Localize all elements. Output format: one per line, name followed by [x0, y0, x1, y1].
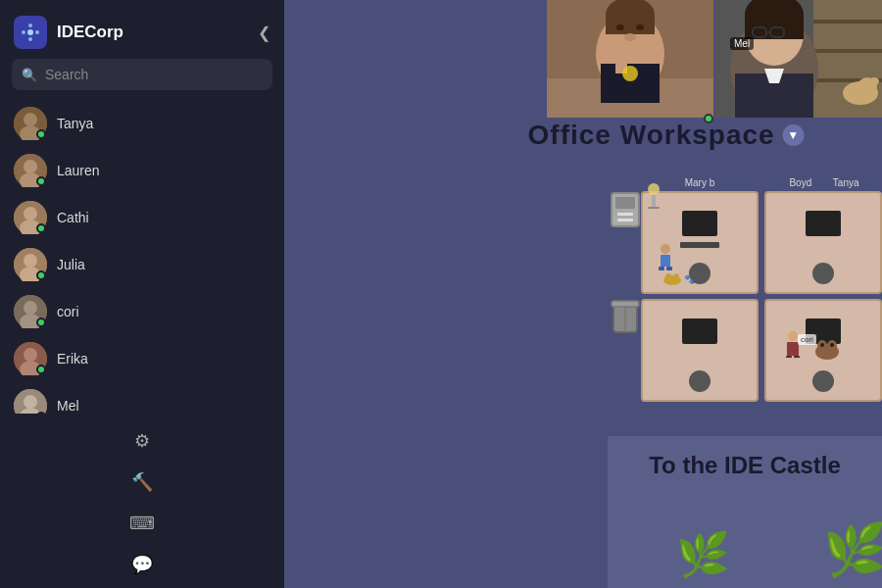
search-input[interactable] [12, 59, 272, 90]
svg-point-0 [27, 29, 33, 35]
svg-point-82 [665, 273, 671, 281]
svg-point-9 [24, 160, 37, 173]
svg-rect-75 [612, 301, 639, 307]
castle-title: To the IDE Castle [649, 452, 841, 479]
app-name: IDECorp [57, 23, 123, 42]
svg-rect-56 [813, 49, 882, 53]
desk-name-maryb: Mary b [685, 177, 715, 188]
chair-6 [812, 370, 834, 392]
sidebar: IDECorp ❮ 🔍 Tanya [0, 0, 284, 588]
svg-rect-72 [617, 213, 633, 216]
sidebar-bottom-nav: ⚙🔨⌨💬 [0, 414, 284, 588]
cat-icon: 🐾 [662, 272, 711, 290]
user-item-tanya[interactable]: Tanya [4, 100, 280, 147]
settings-icon[interactable]: ⚙ [122, 421, 162, 461]
user-item-julia[interactable]: Julia [4, 241, 280, 288]
avatar-wrap [14, 248, 47, 281]
user-name: Erika [57, 351, 88, 367]
pet-cori [813, 338, 841, 366]
status-dot [36, 270, 46, 280]
svg-rect-87 [786, 356, 792, 358]
svg-point-93 [830, 343, 834, 347]
svg-point-47 [616, 24, 624, 30]
user-name: Cathi [57, 210, 89, 225]
tools-icon[interactable]: 🔨 [122, 463, 162, 502]
avatar-wrap [14, 107, 47, 140]
svg-rect-100 [648, 207, 660, 209]
svg-point-98 [648, 183, 660, 195]
office-title-text: Office Workspace [528, 120, 775, 151]
user-name: cori [57, 304, 79, 319]
svg-point-48 [636, 24, 644, 30]
online-indicator-video [704, 114, 713, 123]
desk-cell-cori: cori [764, 299, 882, 402]
svg-rect-86 [787, 342, 799, 356]
search-bar: 🔍 [12, 59, 272, 90]
status-dot [36, 318, 46, 327]
castle-area: To the IDE Castle 🌿 🌿 [608, 436, 882, 588]
user-item-cori[interactable]: cori [4, 288, 280, 335]
svg-rect-73 [617, 219, 633, 221]
desk-cell-boyd: Boyd Tanya [764, 191, 882, 294]
user-item-erika[interactable]: Erika [4, 335, 280, 382]
status-dot [36, 129, 46, 139]
mel-video-label: Mel [730, 37, 754, 50]
trash-object [610, 299, 641, 340]
user-name: Mel [57, 398, 79, 414]
plant-center: 🌿 [823, 520, 882, 580]
svg-point-83 [673, 273, 679, 281]
svg-point-21 [24, 348, 37, 362]
user-name: Julia [57, 257, 85, 272]
svg-rect-79 [659, 267, 664, 270]
avatar-wrap [14, 154, 47, 187]
svg-point-1 [28, 24, 32, 27]
svg-rect-55 [813, 20, 882, 24]
chair-5 [689, 370, 710, 392]
sidebar-header: IDECorp ❮ [0, 0, 284, 59]
svg-point-77 [661, 244, 670, 254]
chat-icon[interactable]: 💬 [122, 545, 162, 584]
svg-point-18 [24, 301, 37, 315]
main-game-area: Mel Office Workspace ▼ Mary b [284, 0, 882, 588]
svg-point-4 [35, 30, 39, 34]
monitor-2 [806, 211, 841, 236]
svg-point-49 [624, 33, 636, 41]
svg-point-6 [24, 113, 37, 126]
char-maryb [657, 243, 674, 274]
user-item-lauren[interactable]: Lauren [4, 147, 280, 194]
search-icon: 🔍 [22, 68, 37, 82]
chair-2 [812, 263, 834, 284]
monitor-1 [682, 211, 717, 236]
svg-rect-78 [661, 255, 670, 267]
user-list: Tanya Lauren [0, 100, 284, 414]
user-name: Lauren [57, 163, 100, 178]
collapse-icon[interactable]: ❮ [258, 24, 270, 42]
video-feeds [547, 0, 882, 118]
desk-name-boyd: Boyd [789, 177, 811, 188]
lamp-icon [645, 181, 662, 213]
status-dot [36, 176, 46, 186]
svg-point-24 [24, 395, 37, 409]
app-logo [14, 16, 47, 49]
avatar-wrap [14, 342, 47, 375]
svg-point-92 [820, 343, 824, 347]
keyboard-icon[interactable]: ⌨ [122, 504, 162, 543]
avatar-wrap [14, 389, 47, 414]
status-dot [36, 365, 46, 374]
chevron-down-icon[interactable]: ▼ [783, 124, 805, 146]
svg-point-2 [28, 37, 32, 41]
desk-cell-5 [641, 299, 759, 402]
svg-rect-71 [615, 197, 635, 209]
svg-point-69 [869, 77, 879, 85]
user-item-cathi[interactable]: Cathi [4, 194, 280, 241]
video-feed-left [547, 0, 713, 118]
svg-point-52 [622, 66, 638, 81]
user-item-mel[interactable]: Mel [4, 382, 280, 414]
svg-point-12 [24, 207, 37, 220]
plant-left: 🌿 [676, 529, 730, 580]
user-name: Tanya [57, 116, 93, 131]
sidebar-logo-title: IDECorp [14, 16, 123, 49]
svg-rect-99 [652, 195, 656, 207]
svg-rect-80 [666, 267, 672, 270]
video-feed-right [715, 0, 882, 118]
